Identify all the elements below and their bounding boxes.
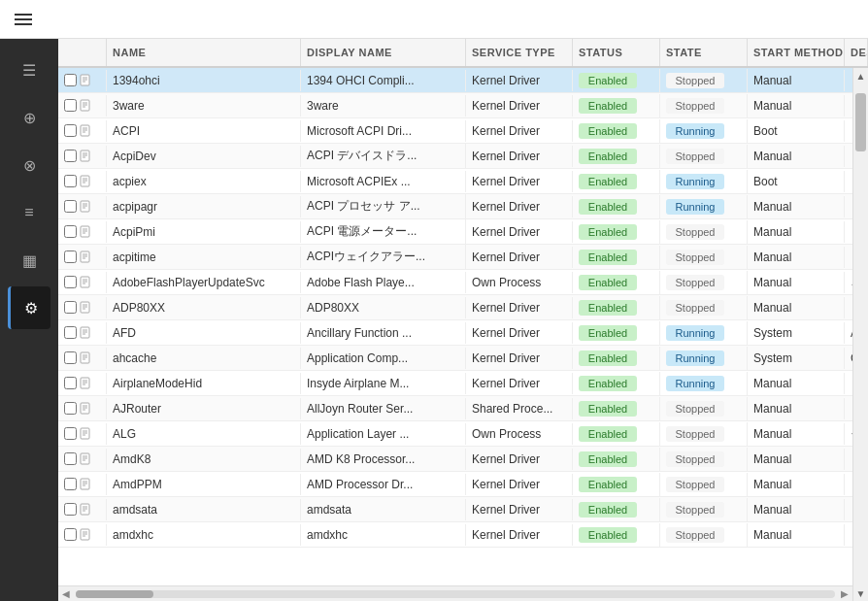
scrollbar-h-thumb[interactable] [76,590,153,598]
row-checkbox[interactable] [64,99,77,112]
row-check-cell[interactable] [58,70,107,91]
scrollbar-h-track[interactable] [76,590,835,598]
row-checkbox[interactable] [64,478,77,490]
row-checkbox[interactable] [64,351,77,364]
row-status: Enabled [573,220,660,244]
row-check-cell[interactable] [58,348,107,369]
table-row[interactable]: amdsata amdsata Kernel Driver Enabled St… [58,497,852,522]
row-check-cell[interactable] [58,499,107,520]
row-check-cell[interactable] [58,196,107,217]
scroll-left-button[interactable]: ◀ [58,586,74,601]
row-status: Enabled [573,498,660,521]
row-checkbox[interactable] [64,326,77,339]
row-check-cell[interactable] [58,272,107,293]
row-checkbox[interactable] [64,402,77,415]
row-checkbox[interactable] [64,200,77,213]
row-check-cell[interactable] [58,221,107,243]
row-name: ADP80XX [107,297,301,318]
sidebar-item-calendar[interactable]: ▦ [8,239,50,282]
row-checkbox[interactable] [64,301,77,314]
row-checkbox[interactable] [64,74,77,86]
row-check-cell[interactable] [58,120,107,142]
table-row[interactable]: 3ware 3ware Kernel Driver Enabled Stoppe… [58,93,852,118]
hamburger-button[interactable] [10,9,37,30]
row-state: Stopped [660,271,748,294]
vertical-scrollbar[interactable]: ▲ ▼ [852,68,868,601]
sidebar-item-menu[interactable]: ☰ [8,49,50,91]
row-start: Manual [748,524,845,546]
row-checkbox[interactable] [64,175,77,187]
table-row[interactable]: AmdK8 AMD K8 Processor... Kernel Driver … [58,447,852,472]
table-row[interactable]: amdxhc amdxhc Kernel Driver Enabled Stop… [58,522,852,548]
row-check-cell[interactable] [58,524,107,546]
sidebar-item-list[interactable]: ≡ [8,191,50,234]
row-name: amdsata [107,499,301,520]
table-inner: 1394ohci 1394 OHCI Compli... Kernel Driv… [58,68,852,601]
row-checkbox[interactable] [64,427,77,440]
row-start: Manual [748,221,845,243]
file-icon [80,250,93,264]
table-row[interactable]: ACPI Microsoft ACPI Dri... Kernel Driver… [58,118,852,144]
table-row[interactable]: ALG Application Layer ... Own Process En… [58,421,852,447]
row-service: Own Process [466,272,573,293]
table-row[interactable]: ADP80XX ADP80XX Kernel Driver Enabled St… [58,295,852,320]
row-check-cell[interactable] [58,398,107,419]
scroll-down-button[interactable]: ▼ [853,585,868,601]
row-checkbox[interactable] [64,528,77,541]
row-service: Shared Proce... [466,398,573,419]
row-check-cell[interactable] [58,171,107,192]
calendar-icon: ▦ [22,251,37,270]
row-check-cell[interactable] [58,474,107,495]
table-row[interactable]: 1394ohci 1394 OHCI Compli... Kernel Driv… [58,68,852,93]
maximize-button[interactable] [819,12,835,27]
row-check-cell[interactable] [58,247,107,268]
sidebar-item-cursor[interactable]: ⊕ [8,96,50,139]
table-row[interactable]: acpiex Microsoft ACPIEx ... Kernel Drive… [58,169,852,194]
row-name: AmdPPM [107,474,301,495]
row-check-cell[interactable] [58,95,107,117]
scrollbar-v-thumb[interactable] [855,93,866,151]
table-row[interactable]: ahcache Application Comp... Kernel Drive… [58,346,852,371]
row-checkbox[interactable] [64,377,77,389]
table-row[interactable]: acpitime ACPIウェイクアラー... Kernel Driver En… [58,245,852,270]
horizontal-scrollbar[interactable]: ◀ ▶ [58,585,852,601]
row-checkbox[interactable] [64,276,77,288]
table-row[interactable]: AcpiPmi ACPI 電源メーター... Kernel Driver Ena… [58,219,852,245]
table-row[interactable]: AcpiDev ACPI デバイスドラ... Kernel Driver Ena… [58,144,852,169]
row-display: Microsoft ACPIEx ... [301,171,466,192]
row-display: AMD K8 Processor... [301,449,466,470]
row-display: AMD Processor Dr... [301,474,466,495]
row-status: Enabled [573,397,660,420]
row-status: Enabled [573,448,660,471]
row-check-cell[interactable] [58,297,107,318]
sidebar-item-settings[interactable]: ⚙ [8,286,50,329]
table-row[interactable]: acpipagr ACPI プロセッサ ア... Kernel Driver E… [58,194,852,219]
row-check-cell[interactable] [58,373,107,394]
scroll-right-button[interactable]: ▶ [837,586,852,601]
minimize-button[interactable] [796,12,812,27]
row-checkbox[interactable] [64,503,77,516]
scrollbar-v-track[interactable] [853,83,868,585]
scroll-up-button[interactable]: ▲ [853,68,868,83]
row-check-cell[interactable] [58,449,107,470]
table-row[interactable]: AJRouter AllJoyn Router Ser... Shared Pr… [58,396,852,421]
sidebar-item-target[interactable]: ⊗ [8,144,50,186]
table-header: NAME DISPLAY NAME SERVICE TYPE STATUS ST… [58,39,868,68]
row-start: Manual [748,272,845,293]
row-checkbox[interactable] [64,124,77,137]
table-row[interactable]: AirplaneModeHid Insyde Airplane M... Ker… [58,371,852,396]
row-checkbox[interactable] [64,250,77,263]
table-body[interactable]: 1394ohci 1394 OHCI Compli... Kernel Driv… [58,68,852,585]
row-check-cell[interactable] [58,423,107,445]
table-row[interactable]: AdobeFlashPlayerUpdateSvc Adobe Flash Pl… [58,270,852,295]
table-scroll-area: 1394ohci 1394 OHCI Compli... Kernel Driv… [58,68,868,601]
row-checkbox[interactable] [64,150,77,162]
row-check-cell[interactable] [58,146,107,167]
row-checkbox[interactable] [64,225,77,238]
row-start: Manual [748,247,845,268]
row-check-cell[interactable] [58,322,107,344]
close-button[interactable] [843,12,858,27]
row-checkbox[interactable] [64,452,77,465]
table-row[interactable]: AmdPPM AMD Processor Dr... Kernel Driver… [58,472,852,497]
table-row[interactable]: AFD Ancillary Function ... Kernel Driver… [58,320,852,346]
